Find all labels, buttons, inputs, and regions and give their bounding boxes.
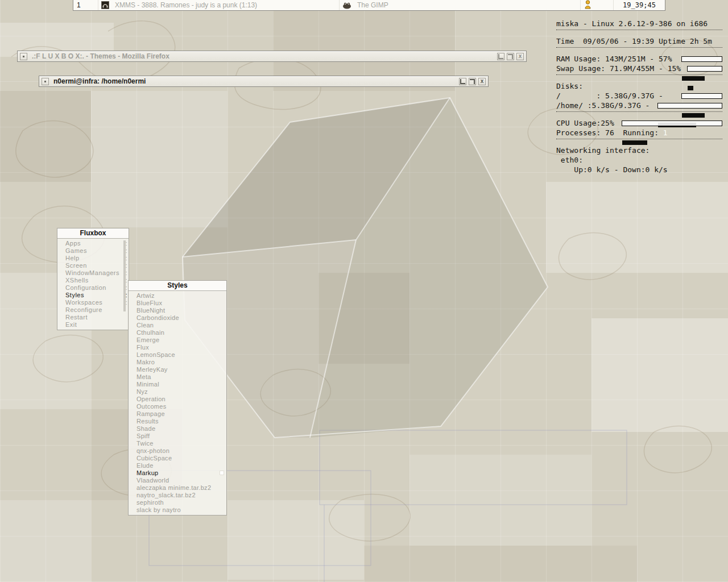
style-item-results[interactable]: Results: [129, 418, 226, 425]
close-button[interactable]: x: [516, 53, 524, 60]
menu-item-workspaces[interactable]: Workspaces:: [57, 299, 129, 306]
task-xmms[interactable]: XMMS - 3888. Ramones - judy is a punk (1…: [98, 0, 340, 10]
window-buttons: x: [497, 53, 524, 60]
style-item-clean[interactable]: Clean: [129, 322, 226, 329]
styles-menu-title: Styles: [129, 281, 226, 291]
monitor-swap-line: Swap Usage: 71.9M/455M - 15%: [556, 64, 722, 73]
disk-home-bar: [657, 103, 722, 109]
style-item-twice[interactable]: Twice: [129, 440, 226, 447]
close-icon: x: [481, 78, 484, 84]
style-item-shade[interactable]: Shade: [129, 425, 226, 433]
menu-item-styles[interactable]: Styles:: [57, 292, 129, 299]
window-menu-button[interactable]: [42, 78, 49, 85]
style-item-emerge[interactable]: Emerge: [129, 336, 226, 344]
style-item-rampage[interactable]: Rampage: [129, 410, 226, 418]
style-item-lemonspace[interactable]: LemonSpace: [129, 351, 226, 359]
style-item-bluenight[interactable]: BlueNight: [129, 307, 226, 314]
style-item-cubicspace[interactable]: CubicSpace: [129, 455, 226, 462]
selected-style-mark-icon: [220, 471, 224, 475]
monitor-disk-home-line: /home/ :5.38G/9.37G -: [556, 101, 722, 110]
firefox-window-titlebar[interactable]: .:F L U X B O X:. - Themes - Mozilla Fir…: [17, 51, 527, 62]
menu-item-games[interactable]: Games:: [57, 247, 129, 255]
monitor-cpu-line: CPU Usage:25%: [556, 118, 722, 128]
terminal-window-titlebar[interactable]: n0ermi@infra: /home/n0ermi x: [39, 76, 489, 87]
fluxbox-menu-title: Fluxbox: [57, 228, 129, 239]
close-icon: x: [519, 53, 522, 59]
fluxbox-menu: Fluxbox Apps: Games: Help: Screen: Windo…: [57, 228, 129, 330]
firefox-window-title: .:F L U X B O X:. - Themes - Mozilla Fir…: [32, 52, 497, 60]
menu-item-windowmanagers[interactable]: WindowManagers:: [57, 269, 129, 277]
task-label: The GIMP: [357, 1, 388, 9]
menu-item-apps[interactable]: Apps:: [57, 240, 129, 247]
style-item-aleczapka-minime[interactable]: aleczapka minime.tar.bz2: [129, 484, 226, 492]
style-item-naytro-slack[interactable]: naytro_slack.tar.bz2: [129, 492, 226, 499]
taskbar: 1 XMMS - 3888. Ramones - judy is a punk …: [73, 0, 665, 11]
style-item-operation[interactable]: Operation: [129, 396, 226, 403]
style-item-blueflux[interactable]: BlueFlux: [129, 300, 226, 307]
style-item-meta[interactable]: Meta: [129, 373, 226, 381]
style-item-qnx-photon[interactable]: qnx-photon: [129, 447, 226, 455]
menu-item-configuration[interactable]: Configuration:: [57, 284, 129, 292]
xmms-icon: [101, 1, 109, 9]
monitor-disk-root-line: / : 5.38G/9.37G -: [556, 91, 722, 101]
disk-root-bar: [681, 93, 722, 99]
style-item-minimal[interactable]: Minimal: [129, 381, 226, 388]
submenu-indicator-icon: :: [126, 284, 127, 292]
menu-item-help[interactable]: Help:: [57, 255, 129, 262]
menu-item-xshells[interactable]: XShells:: [57, 277, 129, 284]
monitor-net-stats: Up:0 k/s - Down:0 k/s: [556, 165, 722, 174]
desktop[interactable]: { "taskbar": { "workspace_label": "1", "…: [0, 0, 728, 582]
person-icon[interactable]: [584, 0, 592, 11]
ram-bar: [681, 56, 722, 62]
monitor-ram-line: RAM Usage: 143M/251M - 57%: [556, 54, 722, 64]
style-item-makro[interactable]: Makro: [129, 359, 226, 366]
menu-item-exit[interactable]: Exit: [57, 321, 129, 329]
monitor-net-interface: eth0:: [556, 155, 722, 165]
style-item-elude[interactable]: Elude: [129, 462, 226, 469]
style-item-merleykay[interactable]: MerleyKay: [129, 366, 226, 373]
clock-label: 19_39;45: [623, 1, 656, 9]
minimize-icon: [460, 79, 465, 84]
style-item-sephiroth[interactable]: sephiroth: [129, 499, 226, 506]
style-item-spiff[interactable]: Spiff: [129, 433, 226, 440]
menu-item-restart[interactable]: Restart: [57, 314, 129, 321]
maximize-icon: [508, 54, 513, 59]
running-count: 1: [663, 128, 668, 138]
cube-graphic: [183, 98, 548, 438]
workspace-label: 1: [77, 1, 81, 9]
submenu-indicator-icon: :: [126, 277, 127, 284]
style-item-carbondioxide[interactable]: Carbondioxide: [129, 314, 226, 322]
menu-item-screen[interactable]: Screen:: [57, 262, 129, 269]
workspace-indicator[interactable]: 1: [73, 0, 98, 10]
maximize-button[interactable]: [469, 78, 476, 85]
style-item-markup-selected[interactable]: Markup: [129, 469, 226, 477]
style-item-slack-by-naytro[interactable]: slack by naytro: [129, 506, 226, 514]
window-buttons: x: [459, 78, 486, 85]
style-item-vlaadworld[interactable]: Vlaadworld: [129, 477, 226, 484]
style-item-nyz[interactable]: Nyz: [129, 388, 226, 396]
task-gimp[interactable]: The GIMP: [340, 0, 581, 10]
maximize-icon: [470, 79, 475, 84]
minimize-button[interactable]: [459, 78, 466, 85]
gimp-icon: [342, 2, 351, 9]
window-menu-button[interactable]: [20, 53, 27, 60]
style-item-outcomes[interactable]: Outcomes: [129, 403, 226, 410]
submenu-indicator-icon: :: [126, 262, 127, 269]
divider: [556, 46, 722, 48]
style-item-artwiz[interactable]: Artwiz: [129, 292, 226, 300]
monitor-host-line: miska - Linux 2.6.12-9-386 on i686: [556, 19, 722, 28]
divider: [556, 28, 722, 30]
close-button[interactable]: x: [478, 78, 486, 85]
menu-item-reconfigure[interactable]: Reconfigure: [57, 306, 129, 314]
maximize-button[interactable]: [507, 53, 514, 60]
submenu-indicator-icon: :: [126, 292, 127, 299]
style-item-cthulhain[interactable]: Cthulhain: [129, 329, 226, 336]
minimize-button[interactable]: [497, 53, 504, 60]
minimize-icon: [498, 54, 503, 59]
system-monitor: miska - Linux 2.6.12-9-386 on i686 Time …: [556, 19, 722, 174]
styles-menu-items: Artwiz BlueFlux BlueNight Carbondioxide …: [129, 291, 226, 515]
swap-bar: [687, 66, 722, 72]
style-item-flux[interactable]: Flux: [129, 344, 226, 351]
submenu-indicator-icon: :: [126, 247, 127, 255]
submenu-indicator-icon: :: [126, 269, 127, 277]
